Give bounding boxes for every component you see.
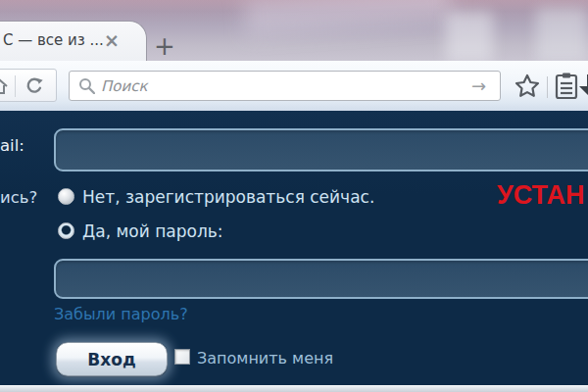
login-button[interactable]: Вход — [56, 342, 168, 376]
glass-highlight — [244, 0, 452, 34]
go-arrow-icon[interactable]: → — [471, 75, 486, 96]
red-overlay-text: УСТАН — [497, 180, 584, 211]
download-arrow-icon[interactable] — [576, 73, 588, 106]
navigation-toolbar: → — [0, 61, 588, 112]
password-input[interactable] — [56, 261, 588, 297]
remember-me-checkbox[interactable] — [174, 349, 190, 365]
email-input[interactable] — [56, 130, 588, 170]
radio-register-new[interactable] — [58, 188, 74, 205]
tab-strip: С — все из ... × + — [0, 0, 588, 61]
radio-register-label[interactable]: Нет, зарегистрироваться сейчас. — [82, 187, 374, 207]
toolbar-divider — [547, 76, 548, 98]
login-page: ail: ись? Нет, зарегистрироваться сейчас… — [0, 111, 588, 385]
browser-window: С — все из ... × + → — [0, 0, 588, 392]
new-tab-button[interactable]: + — [150, 32, 179, 60]
remember-me-label[interactable]: Запомнить меня — [197, 349, 333, 368]
email-field-wrap — [54, 128, 588, 172]
window-bottom-edge — [0, 385, 588, 392]
tab-close-icon[interactable]: × — [103, 29, 121, 51]
search-bar: → — [69, 71, 501, 101]
glass-highlight — [446, 12, 493, 63]
radio-have-password[interactable] — [58, 222, 74, 239]
magnifier-icon — [78, 77, 95, 94]
glass-highlight — [536, 8, 587, 63]
star-icon[interactable] — [513, 72, 542, 105]
password-field-wrap — [54, 259, 588, 299]
email-label: ail: — [0, 136, 24, 155]
active-tab[interactable]: С — все из ... × — [0, 21, 147, 61]
radio-password-label[interactable]: Да, мой пароль: — [82, 221, 223, 241]
nav-button-group — [0, 69, 57, 102]
home-icon[interactable] — [0, 76, 9, 100]
toolbar-divider — [15, 75, 16, 97]
search-input[interactable] — [95, 77, 471, 95]
reload-icon[interactable] — [24, 75, 45, 101]
forgot-password-link[interactable]: Забыли пароль? — [54, 305, 188, 323]
registered-question-label: ись? — [0, 188, 37, 207]
tab-title: С — все из ... — [3, 31, 104, 49]
